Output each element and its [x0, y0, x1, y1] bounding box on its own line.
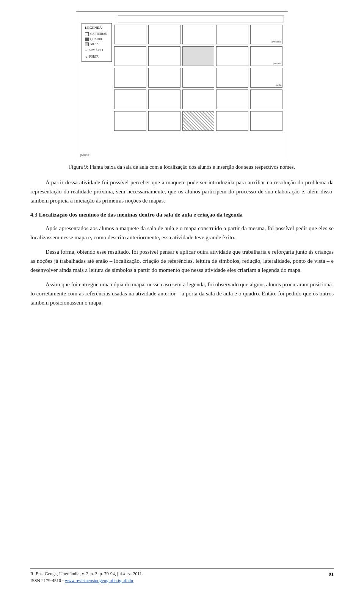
desk: kelsianey [250, 25, 282, 44]
fp-author: gustave [80, 153, 89, 157]
desk [182, 25, 215, 44]
footer-line-1: R. Ens. Geogr., Uberlândia, v. 2, n. 3, … [30, 571, 334, 577]
desk [148, 89, 180, 109]
paragraph-3: Dessa forma, obtendo esse resultado, foi… [30, 247, 334, 275]
legend-title: LEGENDA [85, 25, 108, 31]
desk: itallo [250, 68, 282, 88]
footer-journal-info: R. Ens. Geogr., Uberlândia, v. 2, n. 3, … [30, 571, 329, 577]
footer-line-2: ISSN 2179-4510 - www.revistaensinogeogra… [30, 578, 334, 584]
desk [182, 68, 215, 88]
legend-item-porta: ∨ PORTA [85, 53, 108, 60]
desk [114, 111, 146, 131]
desk [216, 68, 248, 88]
figure-caption: Figura 9: Planta baixa da sala de aula c… [69, 163, 295, 171]
desk [114, 89, 146, 109]
desk [216, 89, 248, 109]
desk [148, 46, 180, 66]
desk-hatched [182, 111, 215, 131]
legend-item-armario: ⌐ ARMÁRIO [85, 47, 108, 53]
desk [250, 89, 282, 109]
desk [114, 46, 146, 66]
footer-issn: ISSN 2179-4510 - www.revistaensinogeogra… [30, 578, 133, 584]
section-heading-4-3: 4.3 Localização dos meninos de das menin… [30, 210, 334, 219]
legend-item-mesa: MESA [85, 42, 108, 47]
desk [148, 25, 180, 44]
desk [216, 25, 248, 44]
fp-legend: LEGENDA CARTEIRAS QUADRO MESA ⌐ ARMÁRIO [82, 23, 112, 62]
desk [148, 111, 180, 131]
desk [114, 68, 146, 88]
desk [182, 89, 215, 109]
legend-item-carteiras: CARTEIRAS [85, 31, 108, 37]
footer-page-number: 91 [329, 571, 334, 577]
desk [114, 25, 146, 44]
figure-9: LEGENDA CARTEIRAS QUADRO MESA ⌐ ARMÁRIO [30, 11, 334, 171]
desk [216, 111, 248, 131]
figure-image: LEGENDA CARTEIRAS QUADRO MESA ⌐ ARMÁRIO [76, 11, 288, 159]
paragraph-2: Após apresentados aos alunos a maquete d… [30, 224, 334, 242]
desk [216, 46, 248, 66]
desk-colored [182, 46, 215, 66]
desk [250, 111, 282, 131]
footer: R. Ens. Geogr., Uberlândia, v. 2, n. 3, … [30, 568, 334, 584]
desk: gustavo [250, 46, 282, 66]
legend-item-quadro: QUADRO [85, 37, 108, 42]
paragraph-1: A partir dessa atividade foi possível pe… [30, 178, 334, 205]
desk [148, 68, 180, 88]
fp-board [118, 16, 284, 22]
footer-link[interactable]: www.revistaensinogeografia.ig.ufu.br [65, 578, 133, 583]
paragraph-4: Assim que foi entregue uma cópia do mapa… [30, 280, 334, 307]
